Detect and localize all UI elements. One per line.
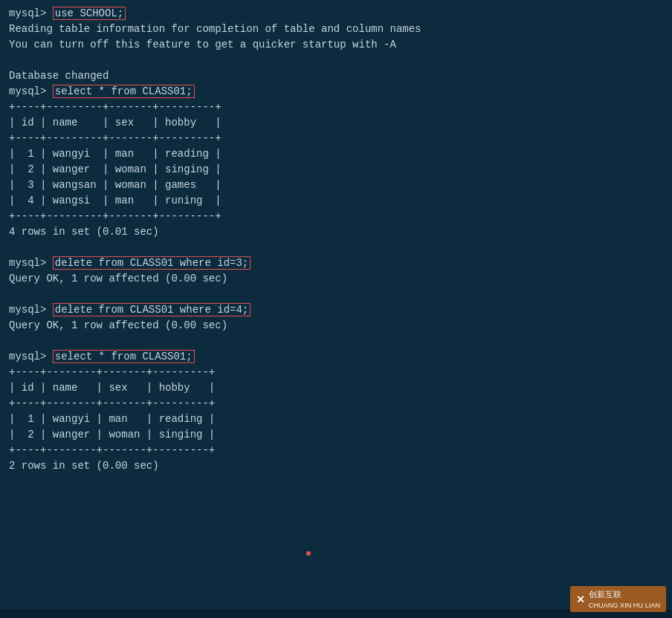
query-ok-1: Query OK, 1 row affected (0.00 sec) bbox=[9, 271, 663, 287]
command-5: select * from CLASS01; bbox=[53, 350, 195, 363]
terminal-line-2: Reading table information for completion… bbox=[9, 22, 663, 37]
watermark-text: 创新互联CHUANG XIN HU LIAN bbox=[589, 589, 660, 609]
prompt-5: mysql> bbox=[9, 351, 53, 362]
table-row-3: | 3 | wangsan | woman | games | bbox=[9, 178, 663, 193]
query-ok-2: Query OK, 1 row affected (0.00 sec) bbox=[9, 318, 663, 334]
table2-border-3: +----+--------+-------+---------+ bbox=[9, 443, 663, 458]
command-2: select * from CLASS01; bbox=[53, 85, 195, 98]
table2-row-1: | 1 | wangyi | man | reading | bbox=[9, 412, 663, 427]
table2-row-2: | 2 | wanger | woman | singing | bbox=[9, 427, 663, 443]
table-row-2: | 2 | wanger | woman | singing | bbox=[9, 162, 663, 178]
watermark-subtext: CHUANG XIN HU LIAN bbox=[589, 602, 660, 609]
table-border-3: +----+---------+-------+---------+ bbox=[9, 209, 663, 224]
red-dot-indicator bbox=[306, 551, 311, 556]
table2-border-2: +----+--------+-------+---------+ bbox=[9, 396, 663, 412]
terminal-line-db-changed: Database changed bbox=[9, 68, 663, 84]
rows-count-1: 4 rows in set (0.01 sec) bbox=[9, 224, 663, 240]
table2-border-1: +----+--------+-------+---------+ bbox=[9, 365, 663, 380]
empty-line-4 bbox=[9, 334, 663, 349]
command-1: use SCHOOL; bbox=[53, 7, 126, 20]
terminal-line-select2: mysql> select * from CLASS01; bbox=[9, 349, 663, 365]
command-3: delete from CLASS01 where id=3; bbox=[53, 256, 251, 270]
terminal-line-1: mysql> use SCHOOL; bbox=[9, 6, 663, 22]
rows-count-2: 2 rows in set (0.00 sec) bbox=[9, 458, 663, 474]
prompt-4: mysql> bbox=[9, 304, 53, 316]
empty-line-1 bbox=[9, 53, 663, 68]
prompt-1: mysql> bbox=[9, 7, 53, 19]
table-row-1: | 1 | wangyi | man | reading | bbox=[9, 146, 663, 162]
terminal-window: mysql> use SCHOOL; Reading table informa… bbox=[0, 0, 672, 480]
empty-line-2 bbox=[9, 240, 663, 256]
table-border-1: +----+---------+-------+---------+ bbox=[9, 100, 663, 115]
table-header: | id | name | sex | hobby | bbox=[9, 115, 663, 131]
prompt-3: mysql> bbox=[9, 257, 53, 269]
prompt-2: mysql> bbox=[9, 85, 53, 97]
terminal-line-delete1: mysql> delete from CLASS01 where id=3; bbox=[9, 256, 663, 271]
table-border-2: +----+---------+-------+---------+ bbox=[9, 131, 663, 146]
empty-line-3 bbox=[9, 287, 663, 302]
table2-header: | id | name | sex | hobby | bbox=[9, 380, 663, 396]
watermark-icon: ✕ bbox=[576, 593, 585, 605]
table-row-4: | 4 | wangsi | man | runing | bbox=[9, 193, 663, 209]
terminal-line-select1: mysql> select * from CLASS01; bbox=[9, 84, 663, 100]
terminal-line-delete2: mysql> delete from CLASS01 where id=4; bbox=[9, 302, 663, 318]
terminal-line-3: You can turn off this feature to get a q… bbox=[9, 37, 663, 53]
watermark-badge: ✕ 创新互联CHUANG XIN HU LIAN bbox=[570, 586, 666, 612]
command-4: delete from CLASS01 where id=4; bbox=[53, 303, 251, 316]
